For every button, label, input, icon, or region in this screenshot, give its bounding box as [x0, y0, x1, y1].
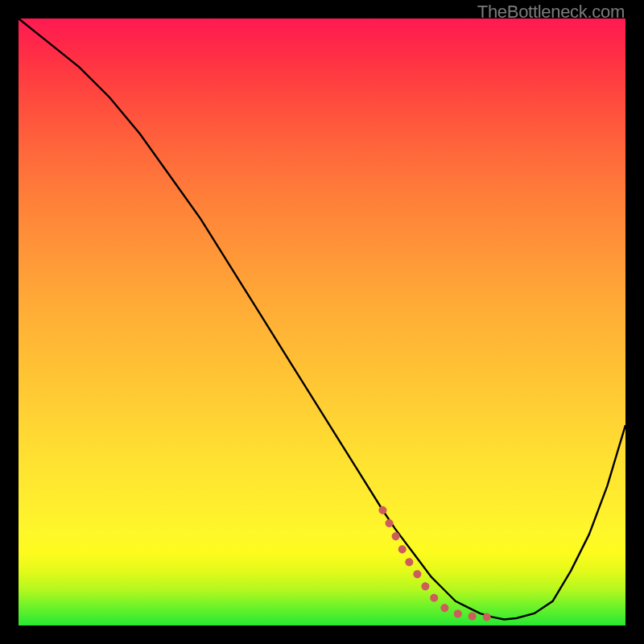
chart-lines-layer: [19, 19, 625, 625]
red-dotted-segment-line: [382, 510, 492, 617]
chart-outer-frame: TheBottleneck.com: [0, 0, 644, 644]
black-curve-line: [19, 19, 625, 619]
